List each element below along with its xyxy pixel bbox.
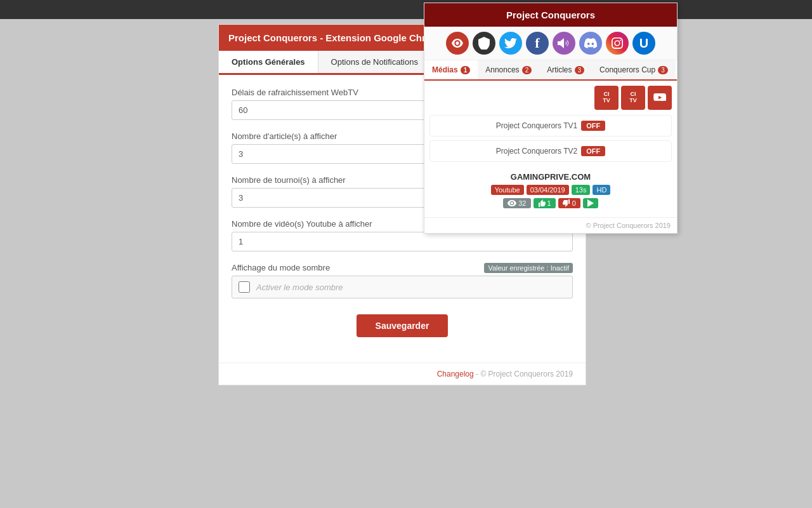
media-icons-row: CITV CITV: [429, 86, 672, 110]
tab-annonces[interactable]: Annonces 2: [478, 60, 539, 79]
tab-notifications[interactable]: Options de Notifications: [318, 51, 431, 73]
dark-mode-checkbox[interactable]: [239, 281, 250, 293]
tab-annonces-badge: 2: [522, 66, 532, 74]
tab-medias-badge: 1: [461, 66, 471, 74]
speak-icon[interactable]: [553, 32, 575, 55]
dislikes-badge: 0: [558, 198, 580, 208]
tab-general[interactable]: Options Générales: [219, 51, 318, 73]
footer-copyright: - © Project Conquerors 2019: [474, 370, 573, 378]
changelog-link[interactable]: Changelog: [437, 370, 474, 378]
dark-mode-group: Affichage du mode sombre Valeur enregist…: [232, 263, 573, 298]
save-btn-row: Sauvegarder: [232, 314, 573, 337]
gamingprive-title: GAMINGPRIVE.COM: [429, 172, 672, 182]
popup-panel: Project Conquerors f: [424, 3, 678, 234]
meta-badges: Youtube 03/04/2019 13s HD: [429, 185, 672, 195]
ctv1-icon-btn[interactable]: CITV: [594, 86, 619, 110]
shield-icon[interactable]: [473, 32, 495, 55]
tab-articles[interactable]: Articles 3: [539, 60, 592, 79]
popup-icons-row: f U: [424, 27, 677, 60]
duration-badge: 13s: [572, 185, 591, 195]
youtube-icon-btn[interactable]: [648, 86, 672, 110]
tab-conquerors-cup[interactable]: Conquerors Cup 3: [592, 60, 676, 79]
facebook-icon[interactable]: f: [526, 32, 549, 55]
channel-2-row: Project Conquerors TV2 OFF: [438, 146, 664, 156]
channel-2-label: Project Conquerors TV2: [496, 147, 578, 156]
channel-1-label: Project Conquerors TV1: [496, 121, 578, 130]
twitter-icon[interactable]: [499, 32, 522, 55]
popup-nav-tabs: Médias 1 Annonces 2 Articles 3 Conqueror…: [424, 60, 677, 81]
dark-mode-checkbox-container: Activer le mode sombre: [232, 276, 573, 298]
tab-cup-badge: 3: [658, 66, 668, 74]
channel-1-card: Project Conquerors TV1 OFF: [429, 115, 672, 137]
dark-mode-saved-badge: Valeur enregistrée : Inactif: [484, 263, 573, 273]
dark-mode-label: Affichage du mode sombre: [232, 263, 330, 272]
dark-mode-row: Activer le mode sombre: [239, 281, 566, 293]
gamingprive-section: GAMINGPRIVE.COM Youtube 03/04/2019 13s H…: [429, 166, 672, 212]
instagram-icon[interactable]: [606, 32, 629, 55]
media-tab-content: CITV CITV Project Conquerors TV1 OFF Pro…: [424, 81, 677, 217]
tab-medias[interactable]: Médias 1: [424, 60, 478, 81]
discord-icon[interactable]: [579, 32, 602, 55]
channel-1-status: OFF: [581, 121, 605, 131]
save-button[interactable]: Sauvegarder: [357, 314, 449, 337]
source-badge: Youtube: [491, 185, 524, 195]
play-badge[interactable]: [583, 198, 598, 208]
popup-header: Project Conquerors: [424, 3, 677, 27]
views-badge: 32: [503, 198, 530, 208]
uplay-icon[interactable]: U: [632, 32, 655, 55]
ctv2-icon-btn[interactable]: CITV: [621, 86, 645, 110]
likes-badge: 1: [534, 198, 556, 208]
popup-footer: © Project Conquerors 2019: [424, 217, 677, 233]
hd-badge: HD: [593, 185, 610, 195]
top-bar: [0, 0, 812, 19]
channel-2-status: OFF: [581, 146, 605, 156]
channel-1-row: Project Conquerors TV1 OFF: [438, 121, 664, 131]
channel-2-card: Project Conquerors TV2 OFF: [429, 140, 672, 162]
dark-mode-placeholder: Activer le mode sombre: [256, 283, 343, 292]
date-badge: 03/04/2019: [527, 185, 569, 195]
eye-icon[interactable]: [446, 32, 469, 55]
action-badges: 32 1 0: [429, 198, 672, 208]
videos-count-label: Nombre de vidéo(s) Youtube à afficher: [232, 219, 372, 229]
settings-footer: Changelog - © Project Conquerors 2019: [219, 363, 586, 385]
tab-articles-badge: 3: [575, 66, 585, 74]
videos-count-input[interactable]: [232, 232, 573, 251]
